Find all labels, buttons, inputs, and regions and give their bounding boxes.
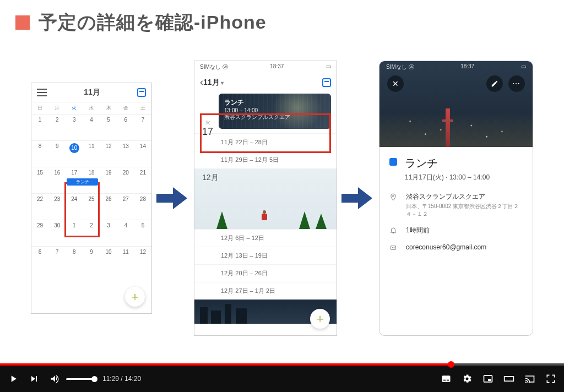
event-chip[interactable]: ランチ <box>67 178 98 186</box>
calendar-cell[interactable]: 13 <box>117 140 134 167</box>
today-icon[interactable] <box>137 88 146 97</box>
edit-icon[interactable] <box>486 75 503 92</box>
pin-icon <box>389 193 398 203</box>
calendar-cell[interactable]: 15 <box>31 167 48 193</box>
calendar-cell[interactable]: 27 <box>117 193 134 220</box>
next-button[interactable] <box>29 373 40 384</box>
calendar-cell[interactable]: 5 <box>100 114 117 140</box>
time-display: 11:29 / 14:20 <box>102 375 141 383</box>
cast-button[interactable] <box>524 373 535 384</box>
phone-event-detail: SIMなし ⓦ 18:37 ▭ ✕ ⋯ ランチ 11月17日(火) · <box>379 61 533 336</box>
calendar-cell[interactable]: 12 <box>134 246 151 273</box>
add-event-button[interactable]: ＋ <box>310 309 330 329</box>
calendar-cell[interactable]: 1 <box>31 114 48 140</box>
week-row[interactable]: 12月 27日 – 1月 2日 <box>194 282 337 300</box>
calendar-cell[interactable]: 9 <box>83 246 100 273</box>
week-row[interactable]: 12月 6日 – 12日 <box>194 229 337 247</box>
bell-icon <box>389 226 398 236</box>
svg-rect-4 <box>447 380 449 381</box>
svg-rect-1 <box>391 246 396 250</box>
play-button[interactable] <box>8 373 19 384</box>
status-time: 18:37 <box>460 63 474 71</box>
calendar-cell[interactable]: 28 <box>134 193 151 220</box>
plus-icon: ＋ <box>129 288 141 305</box>
calendar-cell[interactable]: 6 <box>31 246 48 273</box>
plus-icon: ＋ <box>314 311 326 327</box>
calendar-cell[interactable]: 6 <box>117 114 134 140</box>
calendar-cell[interactable]: 30 <box>48 220 66 246</box>
calendar-cell[interactable]: 3 <box>66 114 83 140</box>
fullscreen-button[interactable] <box>545 373 556 384</box>
add-event-button[interactable]: ＋ <box>125 287 145 307</box>
arrow-icon <box>341 187 375 209</box>
month-banner-label: 12月 <box>202 173 219 183</box>
event-time: 13:00 – 14:00 <box>224 107 326 113</box>
calendar-cell[interactable]: 7 <box>134 114 151 140</box>
settings-icon[interactable] <box>462 373 473 384</box>
month-label[interactable]: 11月 <box>84 88 100 97</box>
calendar-cell[interactable]: 7 <box>48 246 66 273</box>
event-datetime: 11月17日(火) · 13:00 – 14:00 <box>405 173 523 182</box>
volume-slider[interactable] <box>66 378 95 380</box>
calendar-cell[interactable]: 19 <box>100 167 117 193</box>
today-icon[interactable] <box>322 78 331 87</box>
mail-icon <box>389 244 398 253</box>
event-title: ランチ <box>224 98 326 107</box>
calendar-cell[interactable]: 29 <box>31 220 48 246</box>
calendar-cell[interactable]: 11 <box>83 140 100 167</box>
svg-point-0 <box>393 195 394 197</box>
menu-icon[interactable] <box>37 89 47 96</box>
status-battery-icon: ▭ <box>326 63 331 71</box>
month-banner-dec: 12月 <box>194 168 337 229</box>
day-of-week-header: 日月火水木金土 <box>31 102 151 114</box>
more-icon[interactable]: ⋯ <box>508 75 525 92</box>
week-row[interactable]: 12月 20日 – 26日 <box>194 264 337 282</box>
status-battery-icon: ▭ <box>521 63 526 71</box>
event-reminder[interactable]: 1時間前 <box>406 226 430 235</box>
seek-bar[interactable] <box>0 363 564 366</box>
week-row[interactable]: 12月 13日 – 19日 <box>194 247 337 264</box>
calendar-cell[interactable]: 9 <box>48 140 66 167</box>
calendar-cell[interactable]: 20 <box>117 167 134 193</box>
close-icon[interactable]: ✕ <box>387 75 404 92</box>
calendar-cell[interactable]: 8 <box>66 246 83 273</box>
phone-month-view: 11月 日月火水木金土 1234567891011121314151617ランチ… <box>31 83 152 314</box>
captions-button[interactable] <box>441 373 452 384</box>
calendar-cell[interactable]: 22 <box>31 193 48 220</box>
miniplayer-button[interactable] <box>482 373 494 384</box>
event-color-swatch <box>389 158 397 166</box>
calendar-cell[interactable]: 10 <box>100 246 117 273</box>
volume-icon[interactable] <box>50 373 61 384</box>
calendar-cell[interactable]: 14 <box>134 140 151 167</box>
calendar-cell[interactable]: 23 <box>48 193 66 220</box>
calendar-cell[interactable]: 26 <box>100 193 117 220</box>
svg-rect-2 <box>442 375 451 382</box>
event-location[interactable]: 渋谷スクランブルスクエア <box>406 192 523 202</box>
calendar-cell[interactable]: 4 <box>117 220 134 246</box>
event-organizer[interactable]: coreconuser60@gmail.com <box>406 243 486 251</box>
calendar-cell[interactable]: 8 <box>31 140 48 167</box>
calendar-cell[interactable]: 3 <box>100 220 117 246</box>
highlight-box <box>200 113 331 153</box>
status-time: 18:37 <box>270 63 284 71</box>
calendar-cell[interactable]: 10 <box>66 140 83 167</box>
week-row[interactable]: 11月 29日 – 12月 5日 <box>194 151 337 168</box>
svg-rect-7 <box>505 377 514 381</box>
status-carrier: SIMなし ⓦ <box>386 63 414 71</box>
highlight-box <box>64 182 100 237</box>
theater-button[interactable] <box>503 373 514 384</box>
slide-bullet-icon <box>15 15 30 30</box>
arrow-icon <box>156 187 189 209</box>
calendar-cell[interactable]: 12 <box>100 140 117 167</box>
calendar-cell[interactable]: 4 <box>83 114 100 140</box>
calendar-cell[interactable]: 5 <box>134 220 151 246</box>
calendar-cell[interactable]: 2 <box>48 114 66 140</box>
calendar-cell[interactable]: 11 <box>117 246 134 273</box>
month-dropdown[interactable]: 11月 <box>203 78 224 88</box>
calendar-cell[interactable]: 21 <box>134 167 151 193</box>
status-carrier: SIMなし ⓦ <box>200 63 228 71</box>
slide-title: 予定の詳細を確認-iPhone <box>39 10 267 35</box>
calendar-cell[interactable]: 16 <box>48 167 66 193</box>
phone-schedule-view: SIMなし ⓦ 18:37 ▭ ‹ 11月 火 17 ランチ 13:00 – 1… <box>194 61 337 336</box>
video-player-bar: 11:29 / 14:20 <box>0 363 564 392</box>
